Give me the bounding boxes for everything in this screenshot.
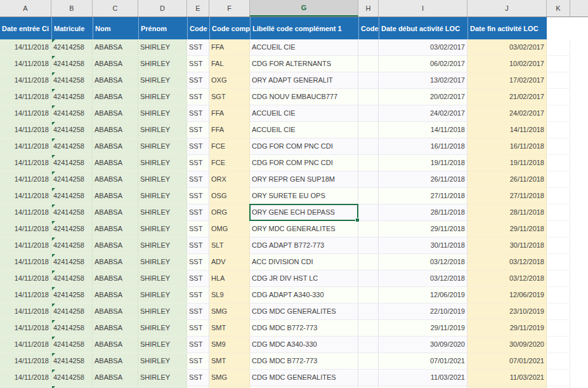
cell-h[interactable]: [358, 370, 379, 386]
cell-b[interactable]: 42414258: [51, 56, 93, 72]
cell-a[interactable]: 14/11/2018: [0, 105, 51, 122]
cell-i[interactable]: 12/06/2019: [379, 287, 467, 304]
cell-e[interactable]: SST: [187, 254, 209, 271]
cell-d[interactable]: SHIRLEY: [138, 39, 187, 56]
cell-h[interactable]: [358, 138, 379, 155]
cell-d[interactable]: SHIRLEY: [138, 138, 187, 155]
cell-a[interactable]: 14/11/2018: [0, 56, 51, 72]
cell-h[interactable]: [358, 271, 379, 287]
cell-h[interactable]: [358, 171, 379, 188]
header-code-complement[interactable]: Code comp: [209, 17, 250, 39]
cell-j[interactable]: 27/11/2018: [467, 188, 547, 204]
cell-i[interactable]: 24/02/2017: [379, 105, 467, 122]
cell-k[interactable]: [547, 271, 570, 287]
cell-g[interactable]: ORY ADAPT GENERALIT: [250, 72, 358, 89]
cell-f[interactable]: ADV: [209, 254, 250, 271]
cell-i[interactable]: 13/02/2017: [379, 72, 467, 89]
column-letter-c[interactable]: C: [93, 0, 138, 17]
cell-h[interactable]: [358, 304, 379, 320]
column-letter-g-selected[interactable]: G: [250, 0, 358, 17]
cell-k[interactable]: [547, 254, 570, 271]
cell-f[interactable]: OMG: [209, 221, 250, 237]
cell-c[interactable]: ABABSA: [93, 237, 138, 254]
cell-a[interactable]: 14/11/2018: [0, 204, 51, 221]
cell-a[interactable]: 14/11/2018: [0, 72, 51, 89]
cell-j[interactable]: 28/11/2018: [467, 204, 547, 221]
cell-f[interactable]: FCE: [209, 155, 250, 171]
cell-j[interactable]: 03/12/2018: [467, 254, 547, 271]
cell-h[interactable]: [358, 105, 379, 122]
cell-c[interactable]: ABABSA: [93, 287, 138, 304]
cell-c[interactable]: ABABSA: [93, 105, 138, 122]
cell-g[interactable]: CDG MDC A340-330: [250, 337, 358, 353]
cell-b[interactable]: 42414258: [51, 271, 93, 287]
cell-b[interactable]: 42414258: [51, 138, 93, 155]
cell-e[interactable]: SST: [187, 39, 209, 56]
cell-d[interactable]: SHIRLEY: [138, 254, 187, 271]
cell-h[interactable]: [358, 337, 379, 353]
cell-j[interactable]: 24/02/2017: [467, 105, 547, 122]
cell-g[interactable]: CDG ADAPT B772-773: [250, 237, 358, 254]
cell-j[interactable]: 07/01/2021: [467, 353, 547, 370]
cell-g[interactable]: CDG FOR ALTERNANTS: [250, 56, 358, 72]
cell-f[interactable]: FFA: [209, 105, 250, 122]
cell-g[interactable]: CDG FOR COM PNC CDI: [250, 155, 358, 171]
cell-a[interactable]: 14/11/2018: [0, 271, 51, 287]
cell-f[interactable]: FFA: [209, 39, 250, 56]
column-letter-j[interactable]: J: [467, 0, 547, 17]
cell-h[interactable]: [358, 89, 379, 105]
cell-c[interactable]: ABABSA: [93, 353, 138, 370]
cell-a[interactable]: 14/11/2018: [0, 304, 51, 320]
cell-i[interactable]: 11/03/2021: [379, 370, 467, 386]
cell-k[interactable]: [547, 138, 570, 155]
cell-a[interactable]: 14/11/2018: [0, 337, 51, 353]
cell-g[interactable]: ACC DIVISION CDI: [250, 254, 358, 271]
cell-d[interactable]: SHIRLEY: [138, 304, 187, 320]
column-letter-f[interactable]: F: [209, 0, 250, 17]
cell-e[interactable]: SST: [187, 337, 209, 353]
cell-h[interactable]: [358, 56, 379, 72]
cell-b[interactable]: 42414258: [51, 105, 93, 122]
cell-e[interactable]: SST: [187, 304, 209, 320]
cell-b[interactable]: 42414258: [51, 237, 93, 254]
cell-i[interactable]: 03/02/2017: [379, 39, 467, 56]
cell-b[interactable]: 42414258: [51, 254, 93, 271]
cell-e[interactable]: SST: [187, 320, 209, 337]
cell-h[interactable]: [358, 221, 379, 237]
cell-g[interactable]: ORY MDC GENERALITES: [250, 221, 358, 237]
cell-b[interactable]: 42414258: [51, 39, 93, 56]
cell-c[interactable]: ABABSA: [93, 221, 138, 237]
cell-j[interactable]: 30/11/2018: [467, 237, 547, 254]
cell-i[interactable]: 16/11/2018: [379, 138, 467, 155]
cell-i[interactable]: 26/11/2018: [379, 171, 467, 188]
cell-k[interactable]: [547, 89, 570, 105]
cell-c[interactable]: ABABSA: [93, 254, 138, 271]
cell-g[interactable]: ORY SURETE EU OPS: [250, 188, 358, 204]
cell-d[interactable]: SHIRLEY: [138, 89, 187, 105]
cell-i[interactable]: 29/11/2018: [379, 221, 467, 237]
cell-k[interactable]: [547, 72, 570, 89]
cell-k[interactable]: [547, 56, 570, 72]
header-code[interactable]: Code: [358, 17, 379, 39]
cell-c[interactable]: ABABSA: [93, 188, 138, 204]
cell-d[interactable]: SHIRLEY: [138, 171, 187, 188]
selected-cell[interactable]: ORY GENE ECH DEPASS: [250, 204, 358, 221]
cell-g[interactable]: CDG MDC B772-773: [250, 353, 358, 370]
header-libelle-code-complement[interactable]: Libellé code complément 1: [250, 17, 358, 39]
cell-b[interactable]: 42414258: [51, 221, 93, 237]
cell-i[interactable]: 14/11/2018: [379, 122, 467, 138]
cell-c[interactable]: ABABSA: [93, 72, 138, 89]
cell-c[interactable]: ABABSA: [93, 155, 138, 171]
cell-c[interactable]: ABABSA: [93, 271, 138, 287]
cell-g[interactable]: CDG JR DIV HST LC: [250, 271, 358, 287]
cell-e[interactable]: SST: [187, 171, 209, 188]
cell-g[interactable]: ORY REPR GEN SUP18M: [250, 171, 358, 188]
cell-k[interactable]: [547, 204, 570, 221]
cell-b[interactable]: 42414258: [51, 72, 93, 89]
cell-k[interactable]: [547, 155, 570, 171]
cell-f[interactable]: SGT: [209, 89, 250, 105]
cell-b[interactable]: 42414258: [51, 155, 93, 171]
cell-a[interactable]: 14/11/2018: [0, 370, 51, 386]
cell-a[interactable]: 14/11/2018: [0, 237, 51, 254]
cell-j[interactable]: 12/06/2019: [467, 287, 547, 304]
